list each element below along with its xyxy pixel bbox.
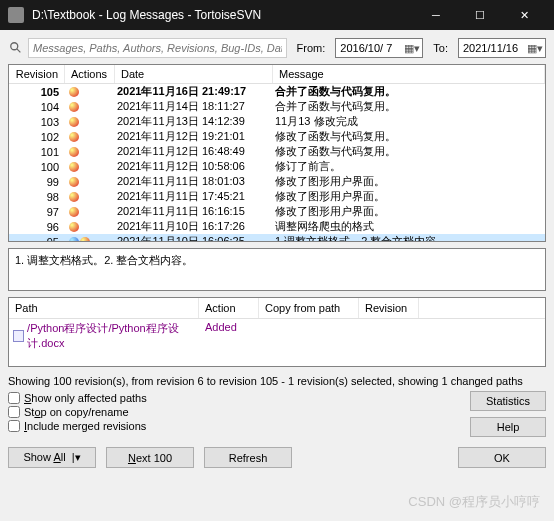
log-row[interactable]: 95 2021年11月10日 16:06:25 1.调整文档格式。2.整合文档内… [9, 234, 545, 241]
filter-input[interactable] [28, 38, 287, 58]
calendar-icon: ▦▾ [527, 42, 543, 55]
path-panel: Path Action Copy from path Revision /Pyt… [8, 297, 546, 367]
red-action-icon [69, 207, 79, 217]
col-date[interactable]: Date [115, 65, 273, 83]
check-stop-box[interactable] [8, 406, 20, 418]
check-affected[interactable]: Show only affected paths [8, 391, 470, 405]
to-date-input[interactable]: 2021/11/16▦▾ [458, 38, 546, 58]
log-row[interactable]: 105 2021年11月16日 21:49:17 合并了函数与代码复用。 [9, 84, 545, 99]
refresh-button[interactable]: Refresh [204, 447, 292, 468]
log-row[interactable]: 97 2021年11月11日 16:16:15 修改了图形用户界面。 [9, 204, 545, 219]
red-action-icon [69, 192, 79, 202]
cell-date: 2021年11月16日 21:49:17 [115, 84, 273, 99]
red-action-icon [80, 237, 90, 242]
log-row[interactable]: 103 2021年11月13日 14:12:39 11月13 修改完成 [9, 114, 545, 129]
cell-date: 2021年11月12日 16:48:49 [115, 144, 273, 159]
path-row[interactable]: /Python程序设计/Python程序设计.docx Added [9, 319, 545, 353]
log-row[interactable]: 99 2021年11月11日 18:01:03 修改了图形用户界面。 [9, 174, 545, 189]
svg-point-0 [11, 43, 18, 50]
red-action-icon [69, 132, 79, 142]
cell-message: 合并了函数与代码复用。 [273, 99, 545, 114]
minimize-button[interactable]: ─ [414, 0, 458, 30]
status-text: Showing 100 revision(s), from revision 6… [8, 367, 546, 391]
cell-message: 合并了函数与代码复用。 [273, 84, 545, 99]
cell-revision: 105 [9, 86, 65, 98]
log-row[interactable]: 104 2021年11月14日 18:11:27 合并了函数与代码复用。 [9, 99, 545, 114]
log-panel: Revision Actions Date Message 105 2021年1… [8, 64, 546, 242]
next-100-button[interactable]: Next 100 [106, 447, 194, 468]
filter-row: From: 2016/10/ 7▦▾ To: 2021/11/16▦▾ [8, 35, 546, 64]
cell-actions [65, 147, 115, 157]
col-pathrevision[interactable]: Revision [359, 298, 419, 318]
cell-date: 2021年11月14日 18:11:27 [115, 99, 273, 114]
col-revision[interactable]: Revision [9, 65, 65, 83]
message-text: 1. 调整文档格式。2. 整合文档内容。 [15, 254, 193, 266]
check-merged-box[interactable] [8, 420, 20, 432]
cell-message: 修改了函数与代码复用。 [273, 144, 545, 159]
show-all-button[interactable]: Show All |▾ [8, 447, 96, 468]
red-action-icon [69, 87, 79, 97]
content-area: From: 2016/10/ 7▦▾ To: 2021/11/16▦▾ Revi… [0, 30, 554, 521]
col-copyfrom[interactable]: Copy from path [259, 298, 359, 318]
cell-revision: 98 [9, 191, 65, 203]
cell-date: 2021年11月11日 17:45:21 [115, 189, 273, 204]
cell-actions [65, 222, 115, 232]
cell-revision: 95 [9, 236, 65, 242]
cell-path: /Python程序设计/Python程序设计.docx [9, 321, 199, 351]
search-icon[interactable] [8, 40, 24, 56]
red-action-icon [69, 177, 79, 187]
col-action[interactable]: Action [199, 298, 259, 318]
app-icon [8, 7, 24, 23]
log-row[interactable]: 100 2021年11月12日 10:58:06 修订了前言。 [9, 159, 545, 174]
cell-revision: 99 [9, 176, 65, 188]
cell-actions [65, 207, 115, 217]
svg-line-1 [17, 49, 21, 53]
help-button[interactable]: Help [470, 417, 546, 437]
col-message[interactable]: Message [273, 65, 545, 83]
cell-revision: 103 [9, 116, 65, 128]
close-button[interactable]: ✕ [502, 0, 546, 30]
cell-message: 11月13 修改完成 [273, 114, 545, 129]
cell-actions [65, 132, 115, 142]
cell-message: 修改了图形用户界面。 [273, 174, 545, 189]
log-row[interactable]: 101 2021年11月12日 16:48:49 修改了函数与代码复用。 [9, 144, 545, 159]
check-stop[interactable]: Stop on copy/rename [8, 405, 470, 419]
check-merged[interactable]: Include merged revisions [8, 419, 470, 433]
titlebar: D:\Textbook - Log Messages - TortoiseSVN… [0, 0, 554, 30]
red-action-icon [69, 162, 79, 172]
cell-message: 修改了图形用户界面。 [273, 204, 545, 219]
cell-message: 1.调整文档格式。2.整合文档内容。 [273, 234, 545, 241]
col-path[interactable]: Path [9, 298, 199, 318]
ok-button[interactable]: OK [458, 447, 546, 468]
window-title: D:\Textbook - Log Messages - TortoiseSVN [32, 8, 414, 22]
col-actions[interactable]: Actions [65, 65, 115, 83]
maximize-button[interactable]: ☐ [458, 0, 502, 30]
red-action-icon [69, 222, 79, 232]
cell-actions [65, 162, 115, 172]
bottom-buttons: Show All |▾ Next 100 Refresh OK [8, 437, 546, 468]
cell-message: 调整网络爬虫的格式 [273, 219, 545, 234]
message-panel[interactable]: 1. 调整文档格式。2. 整合文档内容。 [8, 248, 546, 291]
calendar-icon: ▦▾ [404, 42, 420, 55]
cell-date: 2021年11月10日 16:06:25 [115, 234, 273, 241]
cell-date: 2021年11月12日 19:21:01 [115, 129, 273, 144]
log-row[interactable]: 98 2021年11月11日 17:45:21 修改了图形用户界面。 [9, 189, 545, 204]
cell-actions [65, 117, 115, 127]
cell-actions [65, 102, 115, 112]
log-row[interactable]: 96 2021年11月10日 16:17:26 调整网络爬虫的格式 [9, 219, 545, 234]
cell-date: 2021年11月12日 10:58:06 [115, 159, 273, 174]
check-affected-box[interactable] [8, 392, 20, 404]
statistics-button[interactable]: Statistics [470, 391, 546, 411]
log-row[interactable]: 102 2021年11月12日 19:21:01 修改了函数与代码复用。 [9, 129, 545, 144]
red-action-icon [69, 102, 79, 112]
cell-date: 2021年11月11日 16:16:15 [115, 204, 273, 219]
cell-actions [65, 192, 115, 202]
red-action-icon [69, 147, 79, 157]
blue-action-icon [69, 237, 79, 242]
cell-date: 2021年11月13日 14:12:39 [115, 114, 273, 129]
cell-message: 修改了图形用户界面。 [273, 189, 545, 204]
log-body[interactable]: 105 2021年11月16日 21:49:17 合并了函数与代码复用。104 … [9, 84, 545, 241]
path-body[interactable]: /Python程序设计/Python程序设计.docx Added [9, 319, 545, 353]
from-date-input[interactable]: 2016/10/ 7▦▾ [335, 38, 423, 58]
path-header: Path Action Copy from path Revision [9, 298, 545, 319]
